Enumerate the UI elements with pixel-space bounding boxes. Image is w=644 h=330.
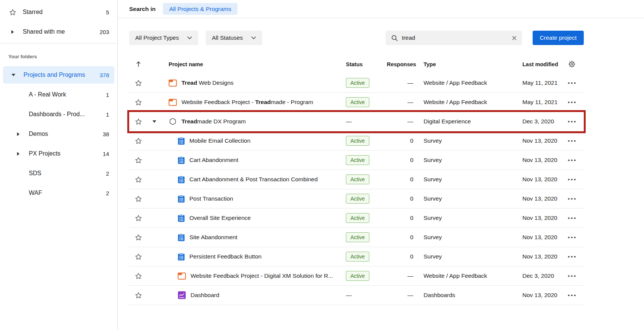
star-icon[interactable]	[134, 272, 142, 280]
project-name-link[interactable]: Mobile Email Collection	[189, 137, 250, 144]
folder-label: PX Projects	[29, 150, 103, 157]
column-header-last-modified[interactable]: Last modified	[522, 61, 560, 67]
survey-icon	[178, 195, 185, 203]
modified-value: Nov 13, 2020	[522, 253, 560, 260]
table-row[interactable]: Cart Abandonment & Post Transaction Comb…	[129, 170, 584, 189]
star-icon[interactable]	[134, 214, 142, 222]
project-name-link[interactable]: Persistent Feedback Button	[189, 253, 261, 260]
responses-value: —	[387, 79, 413, 86]
table-row[interactable]: Post TransactionActive0SurveyNov 13, 202…	[129, 189, 584, 209]
sidebar-folder-waf[interactable]: WAF2	[0, 183, 117, 203]
project-name-link[interactable]: Cart Abandonment	[189, 157, 238, 163]
project-name-link[interactable]: Tread Web Designs	[181, 79, 234, 86]
search-input[interactable]	[402, 34, 508, 41]
responses-value: 0	[387, 253, 413, 260]
statuses-dropdown-label: All Statuses	[212, 34, 243, 41]
column-header-responses[interactable]: Responses	[387, 61, 413, 67]
table-header: Project name Status Responses Type Last …	[129, 55, 584, 73]
star-icon[interactable]	[134, 253, 142, 261]
statuses-dropdown[interactable]: All Statuses	[206, 31, 262, 45]
project-name-link[interactable]: Post Transaction	[189, 195, 233, 202]
ellipsis-icon[interactable]	[568, 121, 576, 123]
create-project-button[interactable]: Create project	[533, 31, 584, 45]
project-name-link[interactable]: Treadmade DX Program	[181, 118, 246, 125]
folder-label: Dashboards - Prod...	[29, 111, 106, 118]
table-row[interactable]: Site AbandonmentActive0SurveyNov 13, 202…	[129, 228, 584, 247]
table-row[interactable]: Dashboard——DashboardsNov 13, 2020	[129, 286, 584, 305]
table-row[interactable]: Persistent Feedback ButtonActive0SurveyN…	[129, 247, 584, 266]
ellipsis-icon[interactable]	[568, 275, 576, 277]
table-row[interactable]: Treadmade DX Program——Digital Experience…	[129, 112, 584, 131]
star-icon[interactable]	[134, 98, 142, 106]
sidebar-folder-a-real-work[interactable]: A - Real Work1	[0, 85, 117, 104]
column-header-status[interactable]: Status	[346, 61, 387, 67]
website-icon	[178, 272, 186, 280]
modified-value: Nov 13, 2020	[522, 137, 560, 144]
clear-search-button[interactable]	[512, 36, 517, 40]
column-header-type[interactable]: Type	[413, 61, 522, 67]
ellipsis-icon[interactable]	[568, 198, 576, 200]
star-icon[interactable]	[134, 195, 142, 203]
star-icon[interactable]	[134, 137, 142, 145]
sidebar-folder-dashboards-prod[interactable]: Dashboards - Prod...1	[0, 104, 117, 124]
modified-value: Nov 13, 2020	[522, 157, 560, 163]
star-icon[interactable]	[134, 79, 142, 87]
star-icon[interactable]	[134, 176, 142, 184]
project-name-link[interactable]: Site Abandonment	[189, 234, 238, 241]
status-empty: —	[346, 292, 387, 299]
table-row[interactable]: Overall Site ExperienceActive0SurveyNov …	[129, 209, 584, 228]
projects-screen: Starred5Shared with me203 Your folders P…	[0, 0, 644, 330]
ellipsis-icon[interactable]	[568, 237, 576, 238]
star-icon[interactable]	[134, 156, 142, 164]
column-header-project-name[interactable]: Project name	[161, 61, 346, 67]
survey-icon	[178, 137, 185, 145]
sidebar-item-starred[interactable]: Starred5	[0, 2, 117, 22]
status-badge: Active	[346, 252, 369, 262]
ellipsis-icon[interactable]	[568, 179, 576, 181]
ellipsis-icon[interactable]	[568, 101, 576, 103]
table-settings-button[interactable]	[568, 60, 576, 68]
collapse-caret-icon[interactable]	[152, 120, 156, 123]
modified-value: Dec 3, 2020	[522, 118, 560, 125]
star-icon[interactable]	[134, 233, 142, 241]
sort-order-button[interactable]	[136, 61, 141, 67]
status-badge: Active	[346, 97, 369, 107]
scope-pill-button[interactable]: All Projects & Programs	[163, 3, 238, 15]
ellipsis-icon[interactable]	[568, 294, 576, 296]
folder-label: A - Real Work	[29, 91, 106, 98]
table-row[interactable]: Website Feedback Project - Digital XM So…	[129, 266, 584, 286]
table-row[interactable]: Tread Web DesignsActive—Website / App Fe…	[129, 73, 584, 93]
sidebar-folder-sds[interactable]: SDS2	[0, 163, 117, 183]
project-name-link[interactable]: Website Feedback Project - Digital XM So…	[191, 272, 333, 279]
star-icon[interactable]	[134, 291, 142, 299]
folder-count: 378	[100, 72, 109, 78]
caret-down-icon	[11, 73, 16, 76]
table-row[interactable]: Mobile Email CollectionActive0SurveyNov …	[129, 131, 584, 151]
project-name-link[interactable]: Overall Site Experience	[189, 215, 251, 221]
sidebar-item-shared-with-me[interactable]: Shared with me203	[0, 22, 117, 42]
table-row[interactable]: Cart AbandonmentActive0SurveyNov 13, 202…	[129, 151, 584, 170]
project-name-link[interactable]: Cart Abandonment & Post Transaction Comb…	[189, 176, 318, 183]
caret-right-icon	[11, 30, 14, 34]
ellipsis-icon[interactable]	[568, 217, 576, 219]
chevron-down-icon	[251, 36, 256, 39]
sidebar-folder-demos[interactable]: Demos38	[0, 124, 117, 144]
ellipsis-icon[interactable]	[568, 82, 576, 84]
folder-count: 2	[106, 170, 109, 177]
ellipsis-icon[interactable]	[568, 159, 576, 161]
project-types-dropdown[interactable]: All Project Types	[129, 31, 198, 45]
ellipsis-icon[interactable]	[568, 140, 576, 142]
search-box[interactable]	[386, 31, 522, 45]
project-name-link[interactable]: Website Feedback Project - Treadmade - P…	[181, 99, 313, 106]
responses-value: —	[387, 292, 413, 299]
sidebar-folder-projects-and-programs[interactable]: Projects and Programs378	[3, 66, 114, 84]
type-value: Website / App Feedback	[413, 272, 522, 279]
sidebar-folder-px-projects[interactable]: PX Projects14	[0, 144, 117, 163]
project-name-link[interactable]: Dashboard	[191, 292, 219, 299]
table-row[interactable]: Website Feedback Project - Treadmade - P…	[129, 93, 584, 112]
folder-count: 2	[106, 190, 109, 196]
survey-icon	[178, 233, 185, 241]
responses-value: —	[387, 118, 413, 125]
star-icon[interactable]	[134, 118, 142, 126]
ellipsis-icon[interactable]	[568, 256, 576, 258]
